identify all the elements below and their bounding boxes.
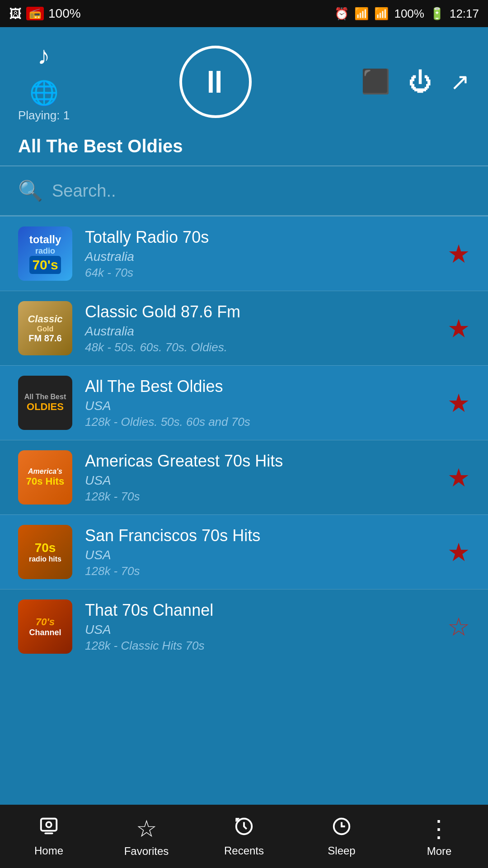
svg-rect-0 — [41, 818, 57, 830]
bottom-nav: Home ☆ Favorites Recents Sleep ⋮ More — [0, 805, 488, 868]
signal-icon: 📶 — [374, 7, 389, 21]
nav-label-more: More — [427, 845, 452, 858]
nav-label-favorites: Favorites — [124, 845, 169, 858]
station-name: That 70s Channel — [85, 601, 435, 620]
station-logo-all-the-best-oldies: All The Best OLDIES — [18, 376, 72, 430]
station-country: USA — [85, 473, 435, 488]
pause-icon: ⏸ — [199, 64, 232, 100]
more-icon: ⋮ — [427, 815, 451, 842]
player-right: ⬛ ⏻ ↗ — [361, 68, 470, 95]
station-name: All The Best Oldies — [85, 377, 435, 396]
station-meta: 128k - Oldies. 50s. 60s and 70s — [85, 415, 435, 429]
list-item[interactable]: 70's Channel That 70s Channel USA 128k -… — [0, 589, 488, 664]
station-name: Totally Radio 70s — [85, 228, 435, 247]
station-meta: 64k - 70s — [85, 266, 435, 280]
list-item[interactable]: Classic Gold FM 87.6 Classic Gold 87.6 F… — [0, 291, 488, 365]
station-meta: 48k - 50s. 60s. 70s. Oldies. — [85, 340, 435, 354]
favorite-star-button[interactable]: ★ — [447, 388, 470, 418]
clock: 12:17 — [450, 7, 479, 21]
station-meta: 128k - 70s — [85, 564, 435, 578]
station-meta: 128k - Classic Hits 70s — [85, 639, 435, 653]
station-info: Totally Radio 70s Australia 64k - 70s — [85, 228, 435, 280]
favorite-star-button[interactable]: ★ — [447, 314, 470, 343]
station-name: San Franciscos 70s Hits — [85, 526, 435, 545]
stop-button[interactable]: ⬛ — [361, 68, 390, 95]
nav-label-recents: Recents — [224, 844, 264, 857]
battery-count: 100% — [48, 6, 81, 21]
favorite-star-button[interactable]: ★ — [447, 463, 470, 492]
battery-icon: 🔋 — [430, 7, 444, 21]
station-info: Americas Greatest 70s Hits USA 128k - 70… — [85, 452, 435, 504]
station-meta: 128k - 70s — [85, 490, 435, 504]
nav-item-more[interactable]: ⋮ More — [390, 815, 488, 858]
station-logo-americas-greatest-70s: America's 70s Hits — [18, 450, 72, 505]
list-item[interactable]: America's 70s Hits Americas Greatest 70s… — [0, 440, 488, 514]
station-info: That 70s Channel USA 128k - Classic Hits… — [85, 601, 435, 653]
player-center: ⏸ — [179, 46, 252, 118]
sleep-icon — [331, 816, 352, 842]
search-bar: 🔍 — [0, 166, 488, 215]
list-item[interactable]: 70s radio hits San Franciscos 70s Hits U… — [0, 514, 488, 589]
svg-point-1 — [46, 822, 52, 827]
status-left: 🖼 📻 100% — [9, 6, 81, 21]
list-item[interactable]: All The Best OLDIES All The Best Oldies … — [0, 365, 488, 440]
favorite-star-button[interactable]: ★ — [447, 538, 470, 567]
nav-item-recents[interactable]: Recents — [195, 816, 293, 857]
status-right: ⏰ 📶 📶 100% 🔋 12:17 — [334, 7, 479, 21]
favorites-icon: ☆ — [136, 815, 157, 842]
station-country: Australia — [85, 250, 435, 264]
nav-label-sleep: Sleep — [328, 844, 355, 857]
search-input[interactable] — [52, 181, 470, 201]
station-list: totally radio 70's Totally Radio 70s Aus… — [0, 216, 488, 664]
station-info: San Franciscos 70s Hits USA 128k - 70s — [85, 526, 435, 578]
station-logo-san-franciscos-70s: 70s radio hits — [18, 525, 72, 579]
station-logo-classic-gold: Classic Gold FM 87.6 — [18, 301, 72, 355]
nav-item-sleep[interactable]: Sleep — [293, 816, 390, 857]
station-info: All The Best Oldies USA 128k - Oldies. 5… — [85, 377, 435, 429]
nav-label-home: Home — [34, 844, 63, 857]
player-header: ♪ 🌐 Playing: 1 ⏸ ⬛ ⏻ ↗ — [0, 27, 488, 132]
svg-rect-2 — [44, 832, 53, 834]
station-country: USA — [85, 623, 435, 637]
station-country: USA — [85, 399, 435, 413]
playing-label: Playing: 1 — [18, 108, 70, 123]
station-logo-that-70s-channel: 70's Channel — [18, 599, 72, 654]
globe-icon[interactable]: 🌐 — [29, 79, 59, 107]
favorite-star-button[interactable]: ☆ — [447, 612, 470, 642]
battery-percent: 100% — [394, 7, 424, 21]
wifi-icon: 📶 — [354, 7, 369, 21]
gallery-icon: 🖼 — [9, 6, 22, 21]
pause-button[interactable]: ⏸ — [179, 46, 252, 118]
alarm-icon: ⏰ — [334, 7, 349, 21]
favorite-star-button[interactable]: ★ — [447, 239, 470, 269]
station-name: Classic Gold 87.6 Fm — [85, 302, 435, 321]
recents-icon — [234, 816, 254, 842]
station-logo-totally-radio-70s: totally radio 70's — [18, 226, 72, 281]
player-left: ♪ 🌐 Playing: 1 — [18, 41, 70, 123]
share-button[interactable]: ↗ — [450, 68, 470, 95]
search-icon: 🔍 — [18, 179, 43, 203]
station-info: Classic Gold 87.6 Fm Australia 48k - 50s… — [85, 302, 435, 354]
station-name: Americas Greatest 70s Hits — [85, 452, 435, 471]
radio-icon: 📻 — [26, 7, 44, 20]
station-country: Australia — [85, 324, 435, 339]
station-country: USA — [85, 548, 435, 562]
music-note-icon[interactable]: ♪ — [38, 41, 50, 70]
list-item[interactable]: totally radio 70's Totally Radio 70s Aus… — [0, 216, 488, 291]
status-bar: 🖼 📻 100% ⏰ 📶 📶 100% 🔋 12:17 — [0, 0, 488, 27]
now-playing-title: All The Best Oldies — [0, 132, 488, 165]
nav-item-favorites[interactable]: ☆ Favorites — [98, 815, 195, 858]
power-button[interactable]: ⏻ — [408, 68, 432, 95]
nav-item-home[interactable]: Home — [0, 816, 98, 857]
home-icon — [38, 816, 59, 842]
